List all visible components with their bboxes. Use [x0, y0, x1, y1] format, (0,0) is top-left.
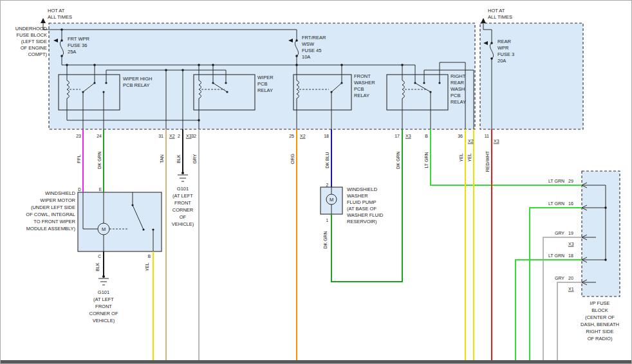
relay-front-washer-label: WASHER: [354, 80, 375, 86]
ip-row-wire: GRY: [555, 276, 564, 280]
wire-label-yel: YEL: [145, 262, 149, 271]
pin-36: 36: [458, 134, 463, 138]
ip-block-label: (CENTER OF: [585, 314, 615, 320]
ground-mid-label: OF: [180, 214, 187, 220]
underhood-fuse-block-box-right: [480, 23, 583, 129]
fuse-wsw-label: FRT/REAR: [302, 35, 326, 41]
wire-label-dk-grn: DK GRN: [323, 231, 328, 248]
pump-label: WASHER FLUID: [347, 212, 384, 218]
ground-icon: [178, 175, 188, 181]
ip-row-wire: LT GRN: [548, 179, 564, 183]
relay-front-washer-label: FRONT: [354, 73, 371, 79]
pump-label: FLUID PUMP: [347, 199, 376, 205]
wire-label-yel: YEL: [459, 153, 463, 161]
pump-terminal-2: 2: [326, 183, 328, 187]
hot-right-label: ALL TIMES: [488, 14, 512, 20]
wiring-diagram: HOT AT ALL TIMES HOT AT ALL TIMES UNDERH…: [0, 0, 632, 364]
ip-row-wire: GRY: [555, 231, 564, 235]
fuse-rear-wpr-label: 20A: [497, 58, 506, 64]
pump-label: (AT BASE OF: [347, 206, 376, 212]
hot-right-label: HOT AT: [488, 8, 505, 14]
ip-fuse-block-box: [582, 171, 620, 296]
fuse-wsw-label: 10A: [302, 54, 310, 60]
wiper-motor-box: [78, 192, 162, 251]
pin-2: 2: [178, 134, 180, 138]
wire-label-yel: YEL: [467, 153, 472, 161]
motor-label: WIPER MOTOR: [41, 197, 76, 203]
ip-row-pin: 20: [568, 276, 573, 280]
underhood-label: UNDERHOOD: [15, 26, 48, 32]
underhood-label: OF ENGINE: [21, 45, 47, 51]
motor-m: M: [102, 226, 106, 232]
pin-23: 23: [76, 134, 81, 138]
pin-25: 25: [289, 134, 294, 138]
motor-label: WINDSHIELD: [45, 190, 76, 196]
pump-label: RESERVOIR): [347, 219, 377, 224]
wire-label-red-wht: RED/WHT: [485, 150, 490, 172]
relay-front-washer-label: PCB: [354, 86, 364, 92]
relay-wiper-high-label: WIPER HIGH: [123, 76, 152, 82]
ip-row-wire: LT GRN: [548, 201, 564, 206]
ground-motor-label: VEHICLE): [93, 318, 115, 323]
motor-label: TO FRONT WIPER: [33, 219, 75, 224]
ip-row-pin: 19: [568, 231, 573, 235]
relay-rr-wash-label: WASH: [451, 86, 465, 92]
connector-x3: X3: [405, 134, 411, 138]
ground-motor-label: G101: [98, 289, 109, 295]
wire-label-ppl: PPL: [77, 154, 81, 163]
underhood-label: (LEFT SIDE: [21, 39, 47, 44]
pin-32: 32: [191, 134, 196, 138]
ip-row-pin: 16: [568, 201, 573, 206]
underhood-label: COMPT): [28, 51, 47, 57]
ip-block-label: OF RADIO): [588, 336, 613, 341]
connector-x2: X2: [300, 134, 306, 138]
motor-label: MODULE ASSEMBLY): [26, 226, 76, 232]
motor-label: (UNDER LEFT SIDE: [31, 205, 75, 210]
ground-icon: [98, 278, 109, 285]
connector-x3: X3: [568, 242, 574, 246]
wire-label-lt-grn: LT GRN: [424, 152, 429, 168]
wire-lt-grn-18: [516, 260, 582, 361]
ground-motor-label: (AT LEFT: [93, 296, 114, 302]
pin-24: 24: [97, 134, 102, 138]
pump-label: WINDSHIELD: [347, 187, 378, 192]
relay-wiper-label: WIPER: [257, 75, 274, 80]
fuse-rear-wpr-label: WPR: [497, 45, 509, 51]
connector-x2: X2: [169, 134, 175, 138]
fuse-rear-wpr-label: REAR: [497, 39, 511, 44]
motor-label: OF COWL, INTEGRAL: [26, 212, 75, 217]
relay-rr-wash-label: RELAY: [451, 99, 466, 105]
pump-label: WASHER: [347, 193, 368, 199]
wire-label-dk-grn: DK GRN: [396, 151, 400, 168]
relay-front-washer-label: RELAY: [354, 93, 369, 98]
fuse-wsw-label: WSW: [302, 41, 315, 47]
wire-label-dk-blu: DK BLU: [325, 152, 330, 168]
pump-m: M: [330, 197, 333, 203]
pin-18: 18: [324, 134, 329, 138]
ground-motor-label: FRONT: [95, 304, 112, 309]
wire-label-blk: BLK: [95, 262, 100, 271]
fuse-wsw-label: FUSE 45: [302, 48, 321, 53]
hot-left-label: HOT AT: [48, 8, 65, 14]
pin-B: B: [425, 134, 428, 138]
wire-label-blk: BLK: [176, 154, 181, 163]
wire-label-gry: GRY: [192, 154, 197, 163]
ip-row-pin: 29: [568, 179, 573, 183]
motor-terminal-c: C: [98, 254, 101, 259]
relay-wiper-high-label: PCB RELAY: [123, 82, 150, 88]
wire-label-dk-grn: DK GRN: [97, 151, 102, 168]
pump-terminal-1: 1: [326, 218, 328, 223]
ground-mid-label: G101: [177, 186, 189, 192]
fuse-rear-wpr-label: FUSE 3: [497, 51, 514, 57]
ground-mid-label: CORNER: [172, 207, 194, 213]
connector-x1: X1: [568, 287, 574, 291]
pin-17: 17: [395, 134, 400, 138]
wire-label-org: ORG: [290, 154, 295, 164]
power-feed-arrow-icon: [481, 18, 486, 23]
ground-mid-label: (AT LEFT: [172, 193, 193, 199]
ip-block-label: RIGHT SIDE: [586, 329, 614, 334]
motor-terminal-e: E: [99, 187, 102, 192]
connector-x3: X3: [494, 139, 499, 143]
wire-label-tan: TAN: [160, 154, 164, 163]
ip-row-pin: 18: [568, 253, 573, 258]
